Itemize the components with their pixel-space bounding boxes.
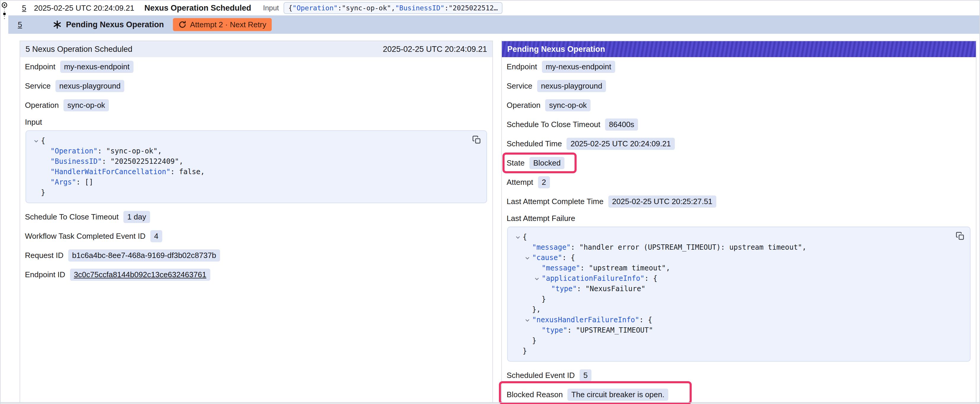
field-row-operation: Operation sync-op-ok <box>502 96 976 115</box>
pending-asterisk-icon <box>53 20 62 29</box>
field-value-badge: 2025-02-25 UTC 20:24:09.21 <box>566 138 675 150</box>
event-input-label: Input <box>263 4 279 12</box>
json-line: } <box>29 187 468 198</box>
field-value-badge: 2 <box>538 176 550 189</box>
workflow-history-view: 5 2025-02-25 UTC 20:24:09.21 Nexus Opera… <box>0 0 980 404</box>
field-value-badge: 86400s <box>605 119 638 131</box>
json-text: : "handler error (UPSTREAM_TIMEOUT): ups… <box>571 242 807 253</box>
preview-text: :"2025022512… <box>444 4 498 12</box>
field-label: Scheduled Event ID <box>507 371 575 380</box>
json-line: "message": "handler error (UPSTREAM_TIME… <box>511 242 951 253</box>
field-row-service: Service nexus-playground <box>502 76 976 96</box>
event-title: Nexus Operation Scheduled <box>145 3 251 13</box>
preview-key: "BusinessID" <box>395 4 444 12</box>
event-id-link[interactable]: 5 <box>22 3 26 13</box>
field-row-endpoint: Endpoint my-nexus-endpoint <box>502 57 976 76</box>
json-line: { <box>511 232 951 242</box>
field-label: Workflow Task Completed Event ID <box>25 231 146 241</box>
event-detail-title: 5 Nexus Operation Scheduled <box>25 45 132 54</box>
endpoint-id-link[interactable]: 3c0c75ccfa8144b092c13ce632463761 <box>70 269 210 281</box>
field-value-badge: b1c6a4bc-8ee7-468a-9169-df3b02c8737b <box>68 249 220 261</box>
json-text: : false, <box>170 167 205 177</box>
json-line: } <box>511 336 951 346</box>
field-label: Last Attempt Complete Time <box>507 197 604 206</box>
json-line: "message": "upstream timeout", <box>511 263 951 273</box>
content-bottom-divider <box>1 402 979 403</box>
retry-badge-label: Attempt 2 · Next Retry <box>190 20 266 29</box>
json-line: "type": "NexusFailure" <box>511 284 951 294</box>
json-text: } <box>532 336 536 346</box>
event-detail-time: 2025-02-25 UTC 20:24:09.21 <box>383 45 487 54</box>
json-line: "applicationFailureInfo": { <box>511 273 951 284</box>
preview-text: :"sync-op-ok", <box>337 4 395 12</box>
collapse-toggle-icon[interactable] <box>523 317 532 323</box>
retry-badge: Attempt 2 · Next Retry <box>173 18 272 31</box>
field-row-blocked-reason: Blocked Reason The circuit breaker is op… <box>502 385 976 404</box>
json-line: "BusinessID": "20250225122409", <box>29 156 468 167</box>
event-input-preview[interactable]: {"Operation":"sync-op-ok","BusinessID":"… <box>283 2 503 14</box>
timeline-dot <box>3 13 6 16</box>
field-label: Blocked Reason <box>507 390 563 399</box>
json-key: "type" <box>542 325 567 336</box>
json-text: : { <box>639 315 652 325</box>
json-text: : [] <box>76 177 94 187</box>
field-label: Operation <box>25 101 59 110</box>
json-line: "type": "UPSTREAM_TIMEOUT" <box>511 325 951 336</box>
collapse-toggle-icon[interactable] <box>32 138 41 144</box>
field-row-scheduled-time: Scheduled Time 2025-02-25 UTC 20:24:09.2… <box>502 134 976 154</box>
json-line: "Args": [] <box>29 177 468 187</box>
copy-button[interactable] <box>471 135 482 146</box>
field-label: Scheduled Time <box>507 139 562 148</box>
field-label: Endpoint <box>25 62 56 71</box>
json-text: { <box>41 136 45 146</box>
input-section-label: Input <box>20 115 492 129</box>
field-label: State <box>507 158 525 168</box>
event-row-scheduled[interactable]: 5 2025-02-25 UTC 20:24:09.21 Nexus Opera… <box>8 1 979 16</box>
field-value-badge: nexus-playground <box>56 80 124 92</box>
field-row-scheduled-event-id: Scheduled Event ID 5 <box>502 366 976 385</box>
pending-operation-title: Pending Nexus Operation <box>507 45 605 54</box>
input-json-viewer: { "Operation": "sync-op-ok", "BusinessID… <box>25 130 487 203</box>
json-text: } <box>542 294 546 304</box>
retry-icon <box>178 21 186 29</box>
json-text: } <box>41 187 45 198</box>
field-label: Operation <box>507 101 541 110</box>
field-label: Endpoint ID <box>25 270 65 279</box>
collapse-toggle-icon[interactable] <box>513 234 523 240</box>
collapse-toggle-icon[interactable] <box>532 276 542 281</box>
json-key: "Args" <box>51 177 76 187</box>
json-key: "BusinessID" <box>51 156 102 167</box>
pending-operation-panel: Pending Nexus Operation Endpoint my-nexu… <box>501 41 977 402</box>
copy-icon <box>472 135 481 144</box>
state-badge: Blocked <box>530 157 565 169</box>
event-detail-panel: 5 Nexus Operation Scheduled 2025-02-25 U… <box>19 41 493 402</box>
json-text: : "20250225122409", <box>102 156 183 167</box>
field-value-badge: nexus-playground <box>537 80 606 92</box>
json-text: : { <box>644 273 657 284</box>
field-row-endpoint-id: Endpoint ID 3c0c75ccfa8144b092c13ce63246… <box>20 265 492 284</box>
copy-button[interactable] <box>955 231 966 242</box>
json-key: "type" <box>551 284 577 294</box>
field-value-badge: 5 <box>579 369 592 382</box>
blocked-reason-badge: The circuit breaker is open. <box>567 388 668 401</box>
json-line: }, <box>511 304 951 315</box>
json-text: : "upstream timeout", <box>580 263 670 273</box>
field-value-badge: 4 <box>150 230 162 242</box>
field-label: Service <box>507 81 532 90</box>
json-key: "applicationFailureInfo" <box>542 273 644 284</box>
pending-id-link[interactable]: 5 <box>18 20 22 29</box>
field-row-state: State Blocked <box>502 154 976 173</box>
collapse-toggle-icon[interactable] <box>523 255 532 261</box>
pending-operation-header: Pending Nexus Operation <box>502 41 976 57</box>
event-row-pending[interactable]: 5 Pending Nexus Operation Attempt 2 · Ne… <box>8 16 979 34</box>
field-label: Attempt <box>507 178 533 187</box>
json-line: "cause": { <box>511 253 951 263</box>
field-row-endpoint: Endpoint my-nexus-endpoint <box>20 57 492 76</box>
json-key: "cause" <box>532 253 562 263</box>
json-line: "nexusHandlerFailureInfo": { <box>511 315 951 325</box>
json-text: : "UPSTREAM_TIMEOUT" <box>567 325 653 336</box>
field-label: Schedule To Close Timeout <box>25 212 119 222</box>
json-text: { <box>523 232 527 242</box>
json-line: { <box>29 136 468 146</box>
json-key: "nexusHandlerFailureInfo" <box>532 315 639 325</box>
